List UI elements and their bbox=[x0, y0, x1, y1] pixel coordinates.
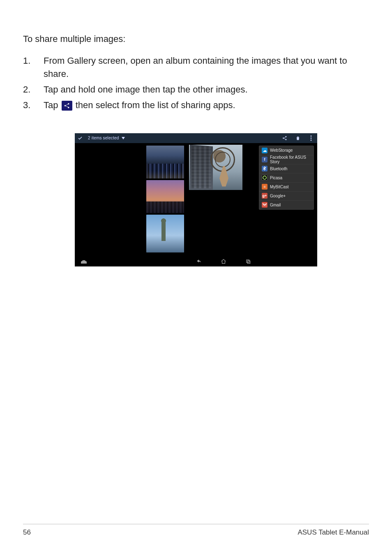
section-intro: To share multiple images: bbox=[23, 34, 369, 44]
svg-point-9 bbox=[263, 176, 266, 179]
share-menu-label: Gmail bbox=[270, 203, 281, 207]
googleplus-icon: g+ bbox=[262, 193, 267, 199]
share-menu-label: Google+ bbox=[270, 194, 286, 198]
share-menu-label: Facebook for ASUS Story bbox=[270, 155, 311, 164]
share-menu-item-mybitcast[interactable]: ≡MyBitCast bbox=[259, 182, 314, 191]
steps-list: From Gallery screen, open an album conta… bbox=[23, 54, 369, 112]
svg-point-3 bbox=[283, 137, 284, 139]
gallery-thumbnail[interactable] bbox=[189, 145, 242, 190]
share-menu-item-picasa[interactable]: Picasa bbox=[259, 173, 314, 182]
back-icon[interactable] bbox=[196, 258, 202, 265]
share-menu-item-gmail[interactable]: Gmail bbox=[259, 200, 314, 209]
picasa-icon bbox=[262, 175, 267, 181]
recent-apps-icon[interactable] bbox=[245, 258, 251, 265]
share-menu-item-bluetooth[interactable]: Bluetooth bbox=[259, 164, 314, 173]
share-menu-item-googleplus[interactable]: g+Google+ bbox=[259, 191, 314, 200]
webstorage-icon: ☁ bbox=[262, 148, 267, 153]
svg-rect-11 bbox=[247, 261, 250, 263]
gallery-thumbnail[interactable] bbox=[146, 180, 184, 213]
home-icon[interactable] bbox=[220, 258, 227, 265]
dropdown-icon bbox=[122, 136, 125, 140]
selection-bar: 2 items selected bbox=[75, 133, 317, 143]
trash-icon[interactable] bbox=[294, 134, 302, 142]
gallery-thumbnail[interactable] bbox=[146, 215, 184, 252]
share-menu-label: MyBitCast bbox=[270, 185, 289, 189]
gallery-thumbnail[interactable] bbox=[146, 146, 184, 178]
svg-point-6 bbox=[311, 135, 312, 137]
svg-point-8 bbox=[311, 139, 312, 141]
doc-title: ASUS Tablet E-Manual bbox=[297, 528, 369, 537]
step-3-post: then select from the list of sharing app… bbox=[76, 100, 235, 110]
step-2: Tap and hold one image then tap the othe… bbox=[23, 83, 369, 96]
share-menu-item-webstorage[interactable]: ☁WebStorage bbox=[259, 146, 314, 155]
done-icon[interactable] bbox=[77, 135, 83, 141]
screenshot-figure: 2 items selected bbox=[75, 133, 317, 266]
share-icon bbox=[62, 101, 72, 111]
svg-rect-10 bbox=[247, 259, 249, 262]
share-icon[interactable] bbox=[281, 134, 288, 142]
share-menu-label: Picasa bbox=[270, 176, 282, 180]
selection-count-dropdown[interactable]: 2 items selected bbox=[88, 136, 125, 141]
share-menu-item-facebook[interactable]: fFacebook for ASUS Story bbox=[259, 155, 314, 164]
bluetooth-icon bbox=[262, 166, 267, 171]
share-menu-label: WebStorage bbox=[270, 148, 293, 153]
step-3-pre: Tap bbox=[44, 100, 61, 110]
system-navbar bbox=[75, 257, 317, 266]
overflow-menu-icon[interactable] bbox=[307, 134, 315, 142]
share-menu: ☁WebStorage fFacebook for ASUS Story Blu… bbox=[259, 146, 314, 210]
selection-count-label: 2 items selected bbox=[88, 136, 119, 140]
step-3: Tap then select from the list of sharing… bbox=[23, 99, 369, 112]
share-menu-label: Bluetooth bbox=[270, 167, 287, 171]
apps-tray-icon[interactable] bbox=[81, 258, 87, 265]
page-footer: 56 ASUS Tablet E-Manual bbox=[23, 524, 369, 537]
svg-point-7 bbox=[311, 137, 312, 139]
mybitcast-icon: ≡ bbox=[262, 184, 267, 190]
page-number: 56 bbox=[23, 528, 31, 537]
facebook-icon: f bbox=[262, 157, 267, 162]
step-1: From Gallery screen, open an album conta… bbox=[23, 54, 369, 81]
svg-point-0 bbox=[64, 105, 65, 106]
gmail-icon bbox=[262, 202, 267, 208]
